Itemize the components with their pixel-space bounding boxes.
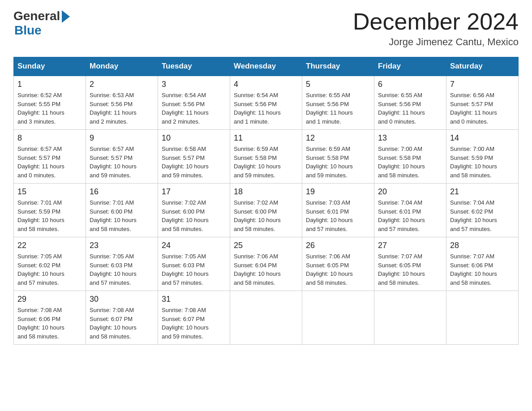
day-info: Sunrise: 6:54 AMSunset: 5:56 PMDaylight:… xyxy=(162,91,226,126)
day-info: Sunrise: 6:57 AMSunset: 5:57 PMDaylight:… xyxy=(90,145,154,180)
header-monday: Monday xyxy=(86,57,158,76)
calendar-cell: 26Sunrise: 7:06 AMSunset: 6:05 PMDayligh… xyxy=(302,237,374,291)
day-info: Sunrise: 7:06 AMSunset: 6:05 PMDaylight:… xyxy=(306,252,370,287)
calendar-cell xyxy=(230,291,302,345)
calendar-cell: 30Sunrise: 7:08 AMSunset: 6:07 PMDayligh… xyxy=(86,291,158,345)
calendar-cell: 12Sunrise: 6:59 AMSunset: 5:58 PMDayligh… xyxy=(302,130,374,184)
day-info: Sunrise: 7:00 AMSunset: 5:59 PMDaylight:… xyxy=(450,145,515,180)
day-info: Sunrise: 7:03 AMSunset: 6:01 PMDaylight:… xyxy=(306,198,370,233)
day-info: Sunrise: 7:07 AMSunset: 6:05 PMDaylight:… xyxy=(378,252,442,287)
calendar-cell: 13Sunrise: 7:00 AMSunset: 5:58 PMDayligh… xyxy=(374,130,446,184)
day-number: 28 xyxy=(450,241,515,250)
calendar-cell: 27Sunrise: 7:07 AMSunset: 6:05 PMDayligh… xyxy=(374,237,446,291)
day-info: Sunrise: 7:07 AMSunset: 6:06 PMDaylight:… xyxy=(450,252,515,287)
day-number: 14 xyxy=(450,133,515,143)
day-info: Sunrise: 7:05 AMSunset: 6:02 PMDaylight:… xyxy=(17,252,82,287)
calendar-title: December 2024 xyxy=(353,9,519,34)
day-number: 15 xyxy=(17,187,82,197)
day-number: 24 xyxy=(162,241,226,250)
day-info: Sunrise: 7:04 AMSunset: 6:01 PMDaylight:… xyxy=(378,198,442,233)
day-info: Sunrise: 7:08 AMSunset: 6:06 PMDaylight:… xyxy=(17,306,82,341)
calendar-cell xyxy=(374,291,446,345)
day-number: 18 xyxy=(234,187,298,197)
calendar-cell: 18Sunrise: 7:02 AMSunset: 6:00 PMDayligh… xyxy=(230,184,302,237)
day-info: Sunrise: 7:05 AMSunset: 6:03 PMDaylight:… xyxy=(90,252,154,287)
calendar-cell: 24Sunrise: 7:05 AMSunset: 6:03 PMDayligh… xyxy=(158,237,230,291)
week-row-4: 22Sunrise: 7:05 AMSunset: 6:02 PMDayligh… xyxy=(14,237,519,291)
calendar-cell: 8Sunrise: 6:57 AMSunset: 5:57 PMDaylight… xyxy=(14,130,86,184)
logo: General Blue xyxy=(13,9,70,38)
calendar-cell: 9Sunrise: 6:57 AMSunset: 5:57 PMDaylight… xyxy=(86,130,158,184)
day-number: 27 xyxy=(378,241,442,250)
calendar-cell: 2Sunrise: 6:53 AMSunset: 5:56 PMDaylight… xyxy=(86,76,158,130)
day-number: 4 xyxy=(234,80,298,89)
week-row-1: 1Sunrise: 6:52 AMSunset: 5:55 PMDaylight… xyxy=(14,76,519,130)
day-number: 5 xyxy=(306,80,370,89)
calendar-cell: 3Sunrise: 6:54 AMSunset: 5:56 PMDaylight… xyxy=(158,76,230,130)
day-info: Sunrise: 6:54 AMSunset: 5:56 PMDaylight:… xyxy=(234,91,298,126)
day-info: Sunrise: 7:06 AMSunset: 6:04 PMDaylight:… xyxy=(234,252,298,287)
calendar-cell: 29Sunrise: 7:08 AMSunset: 6:06 PMDayligh… xyxy=(14,291,86,345)
day-number: 29 xyxy=(17,295,82,304)
day-number: 19 xyxy=(306,187,370,197)
day-number: 21 xyxy=(450,187,515,197)
day-info: Sunrise: 6:55 AMSunset: 5:56 PMDaylight:… xyxy=(306,91,370,126)
day-number: 16 xyxy=(90,187,154,197)
day-info: Sunrise: 7:08 AMSunset: 6:07 PMDaylight:… xyxy=(90,306,154,341)
day-number: 22 xyxy=(17,241,82,250)
calendar-cell: 11Sunrise: 6:59 AMSunset: 5:58 PMDayligh… xyxy=(230,130,302,184)
calendar-table: SundayMondayTuesdayWednesdayThursdayFrid… xyxy=(13,57,519,345)
calendar-cell: 19Sunrise: 7:03 AMSunset: 6:01 PMDayligh… xyxy=(302,184,374,237)
day-number: 20 xyxy=(378,187,442,197)
calendar-cell: 31Sunrise: 7:08 AMSunset: 6:07 PMDayligh… xyxy=(158,291,230,345)
day-number: 25 xyxy=(234,241,298,250)
day-number: 8 xyxy=(17,133,82,143)
calendar-body: 1Sunrise: 6:52 AMSunset: 5:55 PMDaylight… xyxy=(14,76,519,345)
calendar-subtitle: Jorge Jimenez Cantu, Mexico xyxy=(353,36,519,48)
week-row-3: 15Sunrise: 7:01 AMSunset: 5:59 PMDayligh… xyxy=(14,184,519,237)
calendar-cell: 17Sunrise: 7:02 AMSunset: 6:00 PMDayligh… xyxy=(158,184,230,237)
day-number: 13 xyxy=(378,133,442,143)
day-info: Sunrise: 7:02 AMSunset: 6:00 PMDaylight:… xyxy=(234,198,298,233)
calendar-cell: 23Sunrise: 7:05 AMSunset: 6:03 PMDayligh… xyxy=(86,237,158,291)
day-number: 31 xyxy=(162,295,226,304)
day-number: 23 xyxy=(90,241,154,250)
header-wednesday: Wednesday xyxy=(230,57,302,76)
day-number: 3 xyxy=(162,80,226,89)
day-info: Sunrise: 7:01 AMSunset: 6:00 PMDaylight:… xyxy=(90,198,154,233)
day-number: 10 xyxy=(162,133,226,143)
calendar-cell: 15Sunrise: 7:01 AMSunset: 5:59 PMDayligh… xyxy=(14,184,86,237)
day-info: Sunrise: 7:00 AMSunset: 5:58 PMDaylight:… xyxy=(378,145,442,180)
day-info: Sunrise: 7:08 AMSunset: 6:07 PMDaylight:… xyxy=(162,306,226,341)
calendar-header: SundayMondayTuesdayWednesdayThursdayFrid… xyxy=(14,57,519,76)
calendar-cell: 25Sunrise: 7:06 AMSunset: 6:04 PMDayligh… xyxy=(230,237,302,291)
calendar-cell: 5Sunrise: 6:55 AMSunset: 5:56 PMDaylight… xyxy=(302,76,374,130)
calendar-cell: 20Sunrise: 7:04 AMSunset: 6:01 PMDayligh… xyxy=(374,184,446,237)
calendar-cell xyxy=(446,291,519,345)
calendar-cell: 16Sunrise: 7:01 AMSunset: 6:00 PMDayligh… xyxy=(86,184,158,237)
title-block: December 2024 Jorge Jimenez Cantu, Mexic… xyxy=(353,9,519,48)
day-number: 1 xyxy=(17,80,82,89)
calendar-cell: 21Sunrise: 7:04 AMSunset: 6:02 PMDayligh… xyxy=(446,184,519,237)
day-number: 7 xyxy=(450,80,515,89)
day-number: 26 xyxy=(306,241,370,250)
day-info: Sunrise: 6:56 AMSunset: 5:57 PMDaylight:… xyxy=(450,91,515,126)
header-row: SundayMondayTuesdayWednesdayThursdayFrid… xyxy=(14,57,519,76)
day-number: 9 xyxy=(90,133,154,143)
day-info: Sunrise: 6:52 AMSunset: 5:55 PMDaylight:… xyxy=(17,91,82,126)
calendar-cell: 10Sunrise: 6:58 AMSunset: 5:57 PMDayligh… xyxy=(158,130,230,184)
page-header: General Blue December 2024 Jorge Jimenez… xyxy=(13,9,519,48)
day-number: 17 xyxy=(162,187,226,197)
header-sunday: Sunday xyxy=(14,57,86,76)
day-number: 11 xyxy=(234,133,298,143)
day-info: Sunrise: 6:55 AMSunset: 5:56 PMDaylight:… xyxy=(378,91,442,126)
day-number: 2 xyxy=(90,80,154,89)
header-thursday: Thursday xyxy=(302,57,374,76)
logo-general-text: General xyxy=(13,9,60,23)
day-info: Sunrise: 6:58 AMSunset: 5:57 PMDaylight:… xyxy=(162,145,226,180)
day-info: Sunrise: 6:57 AMSunset: 5:57 PMDaylight:… xyxy=(17,145,82,180)
calendar-cell: 7Sunrise: 6:56 AMSunset: 5:57 PMDaylight… xyxy=(446,76,519,130)
day-info: Sunrise: 7:04 AMSunset: 6:02 PMDaylight:… xyxy=(450,198,515,233)
calendar-cell: 22Sunrise: 7:05 AMSunset: 6:02 PMDayligh… xyxy=(14,237,86,291)
day-number: 30 xyxy=(90,295,154,304)
